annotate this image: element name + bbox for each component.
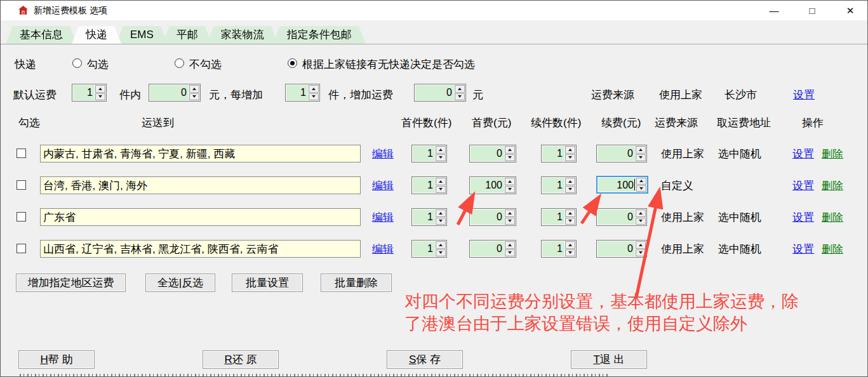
add-region-fee-button[interactable]: 增加指定地区运费	[16, 274, 126, 292]
spin-up-icon[interactable]	[565, 241, 575, 249]
row-checkbox[interactable]	[17, 149, 26, 158]
first-fee-spinner[interactable]: 100	[469, 176, 516, 194]
region-input[interactable]	[40, 208, 361, 226]
spin-down-icon[interactable]	[505, 249, 515, 257]
row-checkbox[interactable]	[17, 244, 26, 253]
next-count-spinner[interactable]: 1	[541, 176, 577, 194]
spin-down-icon[interactable]	[189, 93, 199, 101]
edit-link[interactable]: 编辑	[372, 210, 394, 225]
spin-up-icon[interactable]	[436, 241, 446, 249]
first-count-spinner[interactable]: 1	[411, 176, 447, 194]
region-input[interactable]	[40, 176, 361, 194]
spin-down-icon[interactable]	[636, 249, 646, 257]
first-count-spinner[interactable]: 1	[411, 240, 447, 258]
row-delete-link[interactable]: 删除	[822, 242, 843, 256]
spin-up-icon[interactable]	[436, 209, 446, 217]
spin-down-icon[interactable]	[636, 154, 646, 162]
spin-up-icon[interactable]	[505, 178, 515, 185]
next-fee-spinner-focused[interactable]: 100	[596, 176, 648, 194]
spin-down-icon[interactable]	[455, 93, 465, 101]
spin-down-icon[interactable]	[565, 249, 575, 257]
row-settings-link[interactable]: 设置	[792, 242, 814, 256]
next-fee-spinner[interactable]: 0	[596, 208, 647, 226]
spin-down-icon[interactable]	[505, 186, 515, 194]
spin-up-icon[interactable]	[636, 209, 646, 217]
tab-conditional-free[interactable]: 指定条件包邮	[273, 26, 366, 44]
tab-express[interactable]: 快递	[72, 26, 121, 44]
edit-link[interactable]: 编辑	[372, 147, 394, 161]
spin-down-icon[interactable]	[636, 218, 646, 225]
first-fee-spinner[interactable]: 0	[469, 240, 516, 258]
spin-down-icon[interactable]	[436, 218, 446, 225]
radio-uncheck-label[interactable]: 不勾选	[189, 57, 222, 72]
spin-up-icon[interactable]	[505, 146, 515, 154]
default-add-count-spinner[interactable]: 1	[285, 84, 320, 102]
spin-down-icon[interactable]	[436, 186, 446, 194]
spin-down-icon[interactable]	[505, 218, 515, 225]
spin-down-icon[interactable]	[436, 154, 446, 162]
spin-up-icon[interactable]	[565, 178, 575, 185]
help-button[interactable]: H帮 助	[18, 350, 95, 369]
spin-down-icon[interactable]	[505, 154, 515, 162]
first-fee-spinner[interactable]: 0	[469, 145, 516, 162]
spin-up-icon[interactable]	[636, 178, 646, 185]
close-button[interactable]: ✕	[836, 1, 864, 20]
default-settings-link[interactable]: 设置	[793, 88, 815, 102]
batch-set-button[interactable]: 批量设置	[232, 274, 303, 292]
save-button[interactable]: S保 存	[387, 350, 463, 369]
region-input[interactable]	[40, 240, 361, 258]
radio-by-upstream[interactable]	[288, 58, 297, 68]
spin-down-icon[interactable]	[565, 154, 575, 162]
batch-delete-button[interactable]: 批量删除	[321, 274, 392, 292]
spin-up-icon[interactable]	[505, 209, 515, 217]
default-first-count-spinner[interactable]: 1	[72, 84, 107, 102]
row-settings-link[interactable]: 设置	[792, 178, 814, 193]
spin-up-icon[interactable]	[436, 146, 446, 154]
tab-ems[interactable]: EMS	[116, 26, 168, 44]
next-count-spinner[interactable]: 1	[541, 240, 577, 258]
region-input[interactable]	[40, 145, 361, 162]
spin-down-icon[interactable]	[565, 218, 575, 225]
spin-up-icon[interactable]	[189, 85, 199, 93]
first-count-spinner[interactable]: 1	[411, 145, 447, 162]
spin-up-icon[interactable]	[505, 241, 515, 249]
next-count-spinner[interactable]: 1	[541, 145, 577, 162]
spin-up-icon[interactable]	[309, 85, 319, 93]
radio-check-label[interactable]: 勾选	[87, 57, 109, 72]
maximize-button[interactable]: □	[798, 1, 826, 20]
radio-uncheck[interactable]	[175, 58, 184, 68]
exit-button[interactable]: T退 出	[571, 350, 647, 369]
next-fee-spinner[interactable]: 0	[596, 240, 647, 258]
row-checkbox[interactable]	[17, 212, 26, 222]
row-checkbox[interactable]	[17, 180, 26, 190]
spin-up-icon[interactable]	[95, 85, 105, 93]
tab-home-logistics[interactable]: 家装物流	[207, 26, 278, 44]
spin-down-icon[interactable]	[95, 93, 105, 101]
radio-check[interactable]	[72, 58, 82, 68]
spin-up-icon[interactable]	[436, 178, 446, 185]
spin-down-icon[interactable]	[309, 93, 319, 101]
minimize-button[interactable]: —	[760, 1, 788, 20]
edit-link[interactable]: 编辑	[372, 178, 394, 193]
spin-up-icon[interactable]	[455, 85, 465, 93]
spin-up-icon[interactable]	[636, 146, 646, 154]
spin-down-icon[interactable]	[636, 185, 646, 192]
next-fee-spinner[interactable]: 0	[596, 145, 647, 162]
spin-up-icon[interactable]	[565, 209, 575, 217]
tab-surface-mail[interactable]: 平邮	[163, 26, 212, 44]
restore-button[interactable]: R还 原	[203, 350, 279, 369]
default-first-fee-spinner[interactable]: 0	[149, 84, 201, 102]
edit-link[interactable]: 编辑	[372, 242, 394, 256]
default-add-fee-spinner[interactable]: 0	[414, 84, 466, 102]
spin-down-icon[interactable]	[436, 249, 446, 257]
row-delete-link[interactable]: 删除	[822, 210, 843, 225]
spin-up-icon[interactable]	[565, 146, 575, 154]
select-invert-button[interactable]: 全选|反选	[145, 274, 215, 292]
spin-down-icon[interactable]	[565, 186, 575, 194]
radio-by-upstream-label[interactable]: 根据上家链接有无快递决定是否勾选	[302, 57, 475, 72]
first-count-spinner[interactable]: 1	[411, 208, 447, 226]
row-delete-link[interactable]: 删除	[822, 147, 843, 161]
row-settings-link[interactable]: 设置	[792, 210, 814, 225]
first-fee-spinner[interactable]: 0	[469, 208, 516, 226]
next-count-spinner[interactable]: 1	[541, 208, 577, 226]
